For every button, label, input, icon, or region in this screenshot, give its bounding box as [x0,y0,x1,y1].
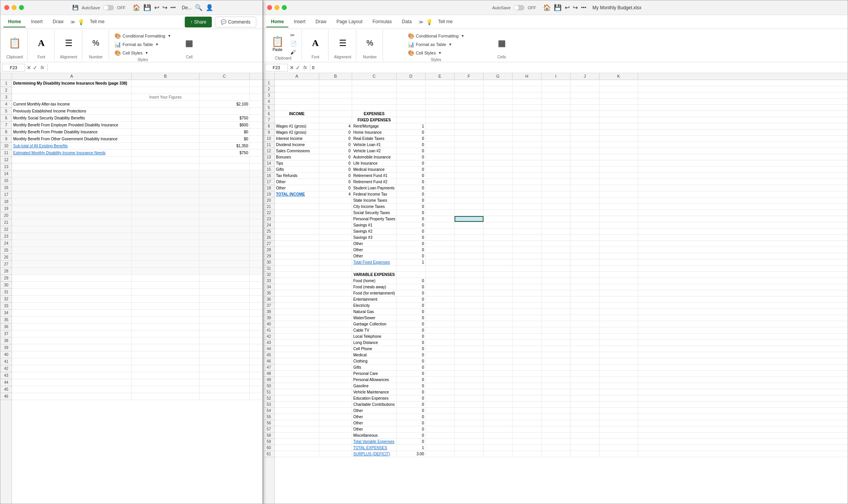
right-cell-20-g[interactable] [484,198,513,203]
left-cell-43-a[interactable] [12,372,132,379]
right-cell-37-c[interactable]: Electricity [352,303,397,308]
right-cell-58-c[interactable]: Miscellaneous [352,432,397,438]
right-cell-40-k[interactable] [599,321,638,327]
right-cell-29-k[interactable] [599,253,638,259]
left-cell-29-b[interactable] [132,275,199,281]
right-cell-37-f[interactable] [455,303,484,308]
left-cell-26-c[interactable] [199,254,250,261]
right-cell-24-g[interactable] [484,222,513,228]
left-cell-33-c[interactable] [199,303,250,309]
right-cell-23-k[interactable] [599,216,638,222]
right-cell-32-a[interactable] [275,272,319,278]
left-cell-16-a[interactable] [12,184,132,191]
right-cell-40-a[interactable] [275,321,319,327]
right-cell-30-c[interactable]: Total Fixed Expenses [352,259,397,265]
right-cell-17-b[interactable]: 0 [319,179,352,185]
confirm-formula-btn[interactable]: ✓ [33,65,37,71]
left-cell-35-c[interactable] [199,317,250,323]
right-cell-19-f[interactable] [455,191,484,197]
right-cell-32-g[interactable] [484,272,513,278]
right-cell-10-h[interactable] [513,136,541,141]
autosave-toggle[interactable] [103,5,114,10]
right-cell-19-h[interactable] [513,191,541,197]
right-cell-44-g[interactable] [484,346,513,352]
left-cell-11-c[interactable]: $750 [199,150,250,156]
right-cell-6-c[interactable]: EXPENSES [352,111,397,117]
right-cell-8-f[interactable] [455,123,484,129]
right-cell-22-g[interactable] [484,210,513,216]
left-cell-33-a[interactable] [12,303,132,309]
right-cell-7-d[interactable] [397,117,426,123]
right-cell-42-i[interactable] [541,334,570,339]
right-cell-58-h[interactable] [513,432,541,438]
right-cell-35-e[interactable] [426,290,455,296]
right-cell-52-j[interactable] [570,395,599,401]
right-cell-33-j[interactable] [570,278,599,284]
right-cell-14-e[interactable] [426,160,455,166]
right-cell-24-a[interactable] [275,222,319,228]
right-cell-60-j[interactable] [570,445,599,451]
right-cell-53-e[interactable] [426,402,455,407]
right-cell-43-g[interactable] [484,340,513,346]
right-cell-45-e[interactable] [426,352,455,358]
left-cell-39-b[interactable] [132,344,199,351]
right-cell-52-d[interactable]: 0 [397,395,426,401]
right-cell-61-d[interactable]: 3.00 [397,451,426,457]
right-cell-21-g[interactable] [484,204,513,209]
right-cell-6-a[interactable]: INCOME [275,111,319,117]
right-cell-59-b[interactable] [319,439,352,444]
left-cell-41-b[interactable] [132,358,199,365]
right-cell-59-h[interactable] [513,439,541,444]
right-cell-48-d[interactable]: 0 [397,371,426,376]
left-cell-30-b[interactable] [132,282,199,288]
right-cell-16-a[interactable]: Tax Refunds [275,173,319,179]
right-cell-52-h[interactable] [513,395,541,401]
right-cell-17-d[interactable]: 0 [397,179,426,185]
right-cell-31-f[interactable] [455,266,484,271]
right-cell-48-e[interactable] [426,371,455,376]
right-cell-22-d[interactable]: 0 [397,210,426,216]
right-save-icon[interactable]: 💾 [554,4,562,11]
right-cell-51-b[interactable] [319,389,352,395]
right-cell-26-g[interactable] [484,235,513,240]
left-cell-ref[interactable]: F23 [2,64,25,72]
right-cell-35-i[interactable] [541,290,570,296]
right-cell-30-a[interactable] [275,259,319,265]
copy-btn[interactable]: 📄 [289,40,298,48]
right-cell-31-j[interactable] [570,266,599,271]
right-cell-31-c[interactable] [352,266,397,271]
right-cell-8-e[interactable] [426,123,455,129]
right-cell-61-g[interactable] [484,451,513,457]
right-cell-17-f[interactable] [455,179,484,185]
right-cell-12-i[interactable] [541,148,570,154]
left-cell-33-b[interactable] [132,303,199,309]
right-cell-34-i[interactable] [541,284,570,290]
left-cell-45-b[interactable] [132,386,199,393]
right-cell-43-c[interactable]: Long Distance [352,340,397,346]
right-cell-21-d[interactable]: 0 [397,204,426,209]
right-cell-37-g[interactable] [484,303,513,308]
right-cell-53-f[interactable] [455,402,484,407]
left-cell-27-a[interactable] [12,261,132,267]
right-cell-39-i[interactable] [541,315,570,321]
tab-formulas-right[interactable]: Formulas [368,17,397,27]
right-cell-10-j[interactable] [570,136,599,141]
search-icon[interactable]: 🔍 [195,4,203,11]
right-cell-51-c[interactable]: Vehicle Maintenance [352,389,397,395]
right-cell-16-c[interactable]: Retirement Fund #1 [352,173,397,179]
right-cell-25-d[interactable]: 0 [397,228,426,234]
left-cell-26-b[interactable] [132,254,199,261]
right-cell-46-a[interactable] [275,358,319,364]
font-btn[interactable]: A [32,36,51,50]
cell-styles-btn[interactable]: 🎨 Cell Styles ▼ [113,49,173,57]
right-format-as-table-btn[interactable]: 📊 Format as Table ▼ [406,41,466,48]
right-cell-58-k[interactable] [599,432,638,438]
left-cell-43-b[interactable] [132,372,199,379]
right-cell-54-g[interactable] [484,408,513,414]
right-cell-15-d[interactable]: 0 [397,167,426,172]
right-cell-57-h[interactable] [513,426,541,432]
right-cell-21-i[interactable] [541,204,570,209]
left-cell-22-a[interactable] [12,226,132,233]
right-cell-41-c[interactable]: Cable TV [352,327,397,333]
left-cell-19-a[interactable] [12,205,132,212]
